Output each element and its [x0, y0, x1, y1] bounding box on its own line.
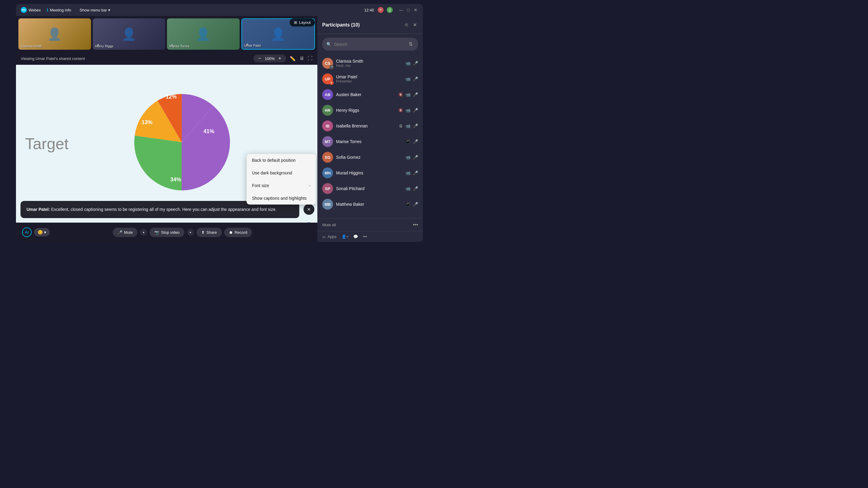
zoom-out-button[interactable]: −: [257, 56, 262, 61]
mute-all-button[interactable]: Mute all: [322, 223, 336, 227]
avatar-murad: MH: [322, 167, 333, 178]
menu-item-back-default[interactable]: Back to default position: [247, 154, 316, 167]
shared-content: Target 41% 34% 13%: [16, 65, 317, 223]
participant-name-sofia: Sofia Gomez: [336, 155, 402, 160]
layout-button[interactable]: ⊞ Layout: [290, 19, 315, 27]
add-participant-button[interactable]: 👤+: [341, 234, 349, 239]
annotation-icon[interactable]: ✏️: [290, 56, 296, 61]
avatar-marise: MT: [322, 136, 333, 147]
participant-info-marise: Marise Torres: [336, 139, 402, 144]
participant-name-clarissa: Clarissa Smith: [336, 59, 402, 64]
participant-info-isabella: Isabella Brennan: [336, 124, 396, 128]
participant-name-sonali: Sonali Pitchard: [336, 186, 402, 191]
avatar-sonali: SP: [322, 183, 333, 194]
ai-assistant-button[interactable]: AI: [22, 227, 32, 237]
record-icon: ⏺: [229, 230, 233, 235]
maximize-button[interactable]: □: [406, 7, 411, 12]
video-icon-henry: 📹: [405, 108, 410, 113]
profile-icon-1[interactable]: P: [378, 7, 384, 13]
caption-more-button[interactable]: •••: [304, 222, 314, 223]
meeting-info-button[interactable]: ℹ Meeting info: [44, 6, 73, 13]
show-menu-button[interactable]: Show menu bar ▾: [77, 7, 113, 13]
mic-off-icon-austen: 🔇: [398, 93, 403, 97]
participant-icons-henry: 🔇 📹 🎤: [398, 108, 418, 113]
participant-item-sonali[interactable]: SP Sonali Pitchard 📹 🎤: [317, 181, 423, 196]
participant-item-sofia[interactable]: SG Sofia Gomez 📹 🎤: [317, 150, 423, 165]
participant-item-isabella[interactable]: IB Isabella Brennan 🖥 📹 🎤: [317, 118, 423, 134]
emoji-reaction-button[interactable]: 😊 ▾: [34, 228, 50, 236]
video-icon-sonali: 📹: [405, 186, 410, 191]
participant-item-matthew[interactable]: MB Matthew Baker 📱 🎤: [317, 196, 423, 212]
mute-button[interactable]: 🎤 Mute: [113, 228, 138, 237]
mic-muted-austen: 🎤: [413, 92, 418, 97]
thumbnail-henry[interactable]: 👤 🎤 Henry Riggs: [93, 19, 165, 50]
participant-icons-murad: 📹 🎤: [405, 170, 418, 175]
close-sidebar-icon[interactable]: ✕: [412, 21, 418, 29]
mic-muted-marise: 🎤: [413, 139, 418, 144]
video-icon-sofia: 📹: [405, 155, 410, 160]
video-off-marise: 📱: [405, 139, 410, 144]
search-input[interactable]: [334, 42, 405, 47]
more-button[interactable]: •••: [363, 234, 367, 239]
zoom-controls: − 100% +: [253, 55, 286, 62]
menu-item-show-captions[interactable]: Show captions and highlights: [247, 192, 316, 204]
participant-name-marise: Marise Torres: [336, 139, 402, 144]
fullscreen-icon[interactable]: ⛶: [308, 56, 313, 61]
caption-speaker: Umar Patel:: [27, 207, 51, 212]
profile-icon-2[interactable]: Q: [387, 7, 393, 13]
sidebar-footer: ⚏ Apps 👤+ 💬 •••: [317, 231, 423, 242]
chat-button[interactable]: 💬: [353, 234, 358, 239]
thumbnail-name-marise: Marise Torres: [169, 44, 189, 48]
mic-icon-sofia: 🎤: [413, 155, 418, 160]
participant-info-umar: Umar Patel Presenter: [336, 74, 402, 84]
video-icon-clarissa: 📹: [405, 61, 410, 66]
participant-name-isabella: Isabella Brennan: [336, 124, 396, 128]
mic-muted-murad: 🎤: [413, 170, 418, 175]
svg-text:12%: 12%: [166, 94, 177, 100]
caption-close-button[interactable]: ✕: [304, 204, 314, 215]
record-button[interactable]: ⏺ Record: [224, 228, 252, 237]
screen-share-icon[interactable]: 🖥: [299, 56, 304, 61]
sort-button[interactable]: ⇅: [407, 40, 414, 48]
app-window: Wx Webex ℹ Meeting info Show menu bar ▾ …: [16, 4, 423, 242]
zoom-in-button[interactable]: +: [277, 56, 282, 61]
share-button[interactable]: ⬆ Share: [196, 228, 222, 237]
mic-off-icon-henry: 🔇: [398, 108, 403, 112]
participant-name-austen: Austen Baker: [336, 92, 396, 97]
participant-role-umar: Presenter: [336, 79, 402, 84]
minimize-button[interactable]: —: [399, 7, 404, 12]
more-options-icon[interactable]: •••: [413, 222, 418, 227]
caption-text: Excellent, closed captioning seems to be…: [51, 207, 277, 212]
thumbnail-marise[interactable]: 👤 🎤 Marise Torres: [167, 19, 240, 50]
participant-item-austen[interactable]: AB Austen Baker 🔇 📹 🎤: [317, 87, 423, 102]
menu-item-font-size[interactable]: Font size ›: [247, 179, 316, 192]
participant-item-murad[interactable]: MH Murad Higgins 📹 🎤: [317, 165, 423, 181]
popout-icon[interactable]: ⎋: [404, 21, 409, 29]
participant-item-umar[interactable]: UP P Umar Patel Presenter 📹 🎤: [317, 71, 423, 87]
mute-dropdown[interactable]: ▾: [140, 229, 147, 236]
participant-item-clarissa[interactable]: CS 🎤 Clarissa Smith Host, me 📹 🎤: [317, 56, 423, 71]
participant-icons-marise: 📱 🎤: [405, 139, 418, 144]
participant-info-sofia: Sofia Gomez: [336, 155, 402, 160]
mic-muted-matthew: 🎤: [413, 202, 418, 207]
bottom-toolbar: AI 😊 ▾ 🎤 Mute ▾ 📷 Stop video: [16, 223, 317, 242]
apps-icon: ⚏: [322, 234, 326, 239]
participant-info-murad: Murad Higgins: [336, 170, 402, 175]
thumbnail-clarissa[interactable]: 👤 Clarissa Smith: [19, 19, 91, 50]
participant-icons-sonali: 📹 🎤: [405, 186, 418, 191]
participant-icons-umar: 📹 🎤: [405, 76, 418, 82]
video-icon-murad: 📹: [405, 170, 410, 175]
svg-text:34%: 34%: [170, 176, 181, 183]
mic-muted-sonali: 🎤: [413, 186, 418, 191]
stop-video-button[interactable]: 📷 Stop video: [150, 228, 184, 237]
menu-item-dark-bg[interactable]: Use dark background: [247, 167, 316, 179]
mic-icon-umar: 🎤: [413, 76, 418, 82]
participant-item-marise[interactable]: MT Marise Torres 📱 🎤: [317, 134, 423, 150]
video-dropdown[interactable]: ▾: [187, 229, 194, 236]
participant-item-henry[interactable]: HR Henry Riggs 🔇 📹 🎤: [317, 102, 423, 118]
close-button[interactable]: ✕: [413, 7, 418, 12]
apps-button[interactable]: ⚏ Apps: [322, 234, 337, 239]
meeting-info-label: Meeting info: [50, 8, 71, 12]
toolbar-left: AI 😊 ▾: [22, 227, 50, 237]
mic-muted-henry: 🎤: [413, 108, 418, 113]
